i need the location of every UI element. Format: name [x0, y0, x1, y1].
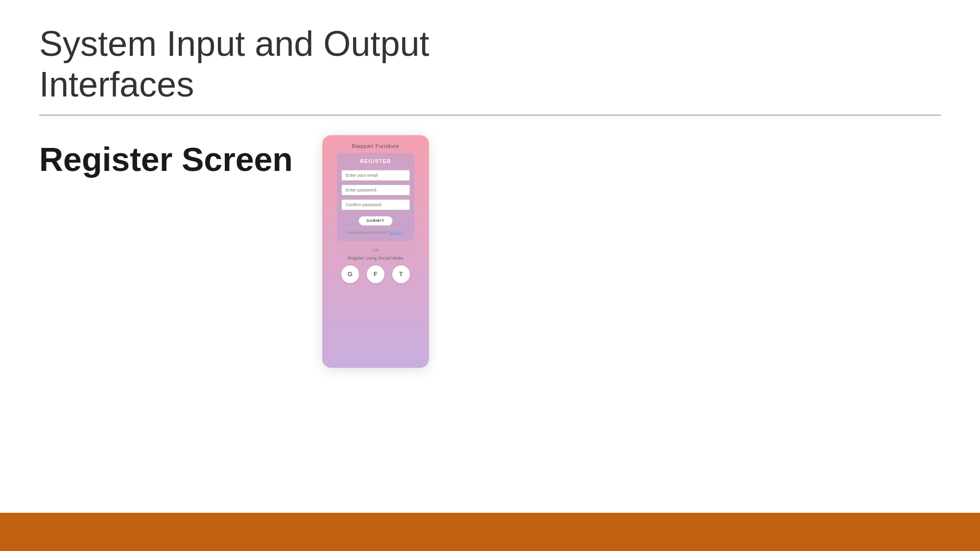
bottom-bar [0, 513, 980, 551]
password-input[interactable] [341, 185, 410, 195]
twitter-button[interactable]: T [392, 265, 410, 283]
content-row: Register Screen Baippari Furniture REGIS… [39, 135, 941, 368]
google-button[interactable]: G [341, 265, 359, 283]
confirm-password-input[interactable] [341, 199, 410, 210]
social-buttons-row: G F T [341, 265, 410, 283]
or-line-right [382, 250, 417, 250]
register-card: REGISTER SUBMIT Already have an account?… [337, 153, 414, 241]
email-input[interactable] [341, 170, 410, 181]
or-text: OR [372, 248, 379, 253]
or-line-left [334, 250, 369, 250]
title-line2: Interfaces [39, 65, 194, 104]
or-divider: OR [334, 248, 417, 253]
section-label: Register Screen [39, 140, 293, 178]
already-have-account-text: Already have an account? [348, 231, 387, 234]
login-link-row: Already have an account? Click here [348, 231, 404, 234]
phone-mockup: Baippari Furniture REGISTER SUBMIT Alrea… [322, 135, 429, 368]
facebook-button[interactable]: F [367, 265, 384, 283]
register-title: REGISTER [360, 159, 391, 164]
title-divider [39, 115, 941, 116]
social-media-label: Register Using Social Media [348, 256, 403, 261]
submit-button[interactable]: SUBMIT [359, 216, 393, 226]
click-here-link[interactable]: Click here [388, 231, 404, 234]
main-content: System Input and Output Interfaces Regis… [0, 0, 980, 513]
title-line1: System Input and Output [39, 24, 429, 63]
phone-brand: Baippari Furniture [352, 143, 399, 149]
page-title: System Input and Output Interfaces [39, 24, 941, 105]
